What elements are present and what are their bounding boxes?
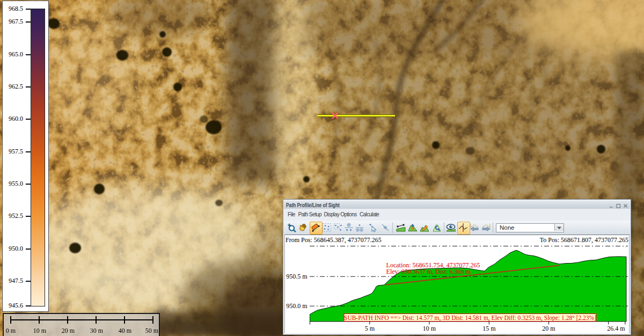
svg-text:To Pos: 568671.807, 4737077.26: To Pos: 568671.807, 4737077.265	[540, 236, 628, 244]
svg-text:SUB-PATH INFO ==> Dist: 14.577: SUB-PATH INFO ==> Dist: 14.577 m, 3D Dis…	[344, 315, 596, 322]
svg-text:26.4 m: 26.4 m	[607, 325, 625, 332]
svg-text:950.5 m: 950.5 m	[286, 273, 308, 280]
svg-text:15 m: 15 m	[482, 325, 496, 332]
svg-text:5 m: 5 m	[365, 325, 375, 332]
svg-text:20 m: 20 m	[542, 325, 555, 332]
svg-text:950.0 m: 950.0 m	[286, 302, 308, 310]
svg-text:10 m: 10 m	[423, 325, 436, 332]
svg-text:From Pos: 568645.387, 4737077.: From Pos: 568645.387, 4737077.265	[286, 236, 382, 244]
svg-text:Elev: 950.3637 m, Dist: 6.369: Elev: 950.3637 m, Dist: 6.369 m	[386, 268, 471, 275]
